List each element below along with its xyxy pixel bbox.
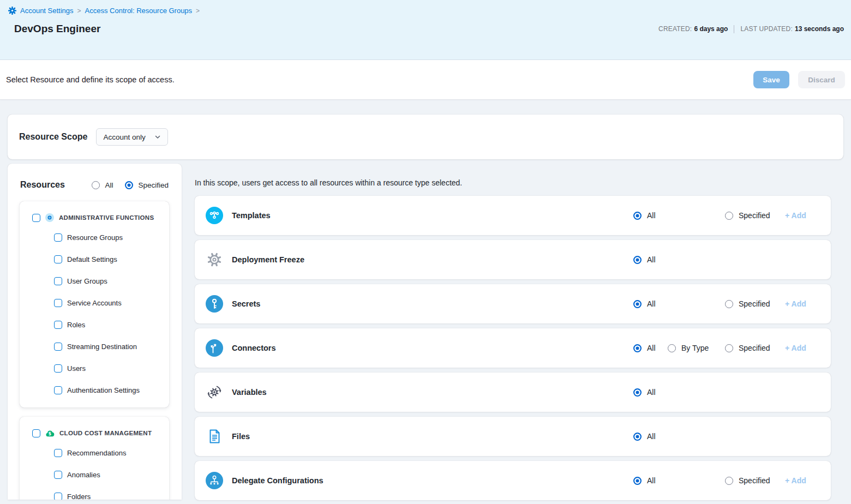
item-checkbox[interactable] <box>54 449 62 457</box>
scope-option-all[interactable]: All <box>633 299 656 308</box>
scope-option-all[interactable]: All <box>633 432 656 441</box>
resource-group-administrative-functions: ADMINISTRATIVE FUNCTIONS Resource Groups… <box>20 201 169 407</box>
radio-icon[interactable] <box>125 181 133 189</box>
resource-scope-card: Resource Scope Account only <box>8 115 843 159</box>
radio-icon[interactable] <box>633 388 642 397</box>
item-label: Authentication Settings <box>67 386 140 394</box>
add-button[interactable]: + Add <box>785 344 806 352</box>
breadcrumb-resource-groups[interactable]: Access Control: Resource Groups <box>85 7 193 15</box>
item-label: Service Accounts <box>67 299 122 307</box>
resource-rows-area: In this scope, users get access to all r… <box>195 164 843 500</box>
add-button[interactable]: + Add <box>785 476 806 485</box>
resource-group-cloud-cost-management: $ CLOUD COST MANAGEMENT Recommendations … <box>20 417 169 500</box>
item-label: Folders <box>67 493 91 500</box>
add-button[interactable]: + Add <box>785 299 806 308</box>
radio-icon[interactable] <box>633 256 642 264</box>
add-button[interactable]: + Add <box>785 211 806 220</box>
admin-functions-icon <box>45 213 54 222</box>
resource-item: Folders <box>20 485 169 500</box>
item-checkbox[interactable] <box>54 343 62 351</box>
resource-item: Roles <box>20 314 169 335</box>
resource-scope-dropdown[interactable]: Account only <box>96 128 167 146</box>
group-title: ADMINISTRATIVE FUNCTIONS <box>59 214 154 221</box>
option-label: Specified <box>739 299 770 308</box>
scope-option-specified[interactable]: Specified <box>725 476 770 485</box>
item-label: Resource Groups <box>67 233 123 242</box>
item-label: Anomalies <box>67 471 100 479</box>
radio-icon[interactable] <box>725 212 733 220</box>
radio-icon[interactable] <box>633 433 642 441</box>
group-checkbox[interactable] <box>32 214 40 222</box>
resources-sidebar: Resources All Specified ADMINISTRATIVE F… <box>8 164 182 500</box>
mode-option-label: Specified <box>138 181 169 189</box>
resource-item: Default Settings <box>20 248 169 270</box>
item-checkbox[interactable] <box>54 255 62 263</box>
scope-option-all[interactable]: All <box>633 211 656 220</box>
scope-option-all[interactable]: All <box>633 344 656 352</box>
option-label: By Type <box>681 344 709 352</box>
chevron-down-icon <box>154 134 161 140</box>
group-checkbox[interactable] <box>32 429 40 437</box>
mode-option-label: All <box>105 181 113 189</box>
radio-icon[interactable] <box>633 300 642 308</box>
radio-icon[interactable] <box>633 212 642 220</box>
resource-rows-list: Templates AllSpecified+ Add Deployment F… <box>195 196 831 500</box>
scope-option-specified[interactable]: Specified <box>725 299 770 308</box>
breadcrumb-separator: > <box>196 7 200 15</box>
radio-icon[interactable] <box>633 477 642 485</box>
radio-icon[interactable] <box>92 181 100 189</box>
resource-row-variables: Variables All <box>195 373 831 412</box>
item-checkbox[interactable] <box>54 321 62 329</box>
scope-option-all[interactable]: All <box>633 388 656 397</box>
resource-row-deployment-freeze: Deployment Freeze All <box>195 240 831 279</box>
radio-icon[interactable] <box>725 477 733 485</box>
resource-item: Resource Groups <box>20 226 169 248</box>
item-checkbox[interactable] <box>54 364 62 373</box>
scope-option-all[interactable]: All <box>633 255 656 264</box>
item-checkbox[interactable] <box>54 493 62 500</box>
save-button[interactable]: Save <box>753 71 789 88</box>
resource-item: Streaming Destination <box>20 335 169 357</box>
variables-icon <box>206 383 223 401</box>
scope-option-all[interactable]: All <box>633 476 656 485</box>
deployment-freeze-icon <box>206 251 223 268</box>
created-value: 6 days ago <box>694 25 728 33</box>
resource-row-label: Connectors <box>232 344 276 352</box>
item-checkbox[interactable] <box>54 277 62 285</box>
radio-icon[interactable] <box>725 344 733 352</box>
item-label: User Groups <box>67 277 107 285</box>
option-label: Specified <box>739 211 770 220</box>
item-checkbox[interactable] <box>54 299 62 307</box>
resource-row-label: Variables <box>232 388 267 397</box>
scope-option-by-type[interactable]: By Type <box>668 344 709 352</box>
content-area: Resource Scope Account only Resources Al… <box>0 100 851 500</box>
files-icon <box>206 428 223 445</box>
resources-mode-all[interactable]: All <box>92 181 113 189</box>
resource-row-label: Secrets <box>232 299 260 308</box>
item-checkbox[interactable] <box>54 233 62 242</box>
group-title: CLOUD COST MANAGEMENT <box>59 430 152 436</box>
discard-button[interactable]: Discard <box>798 71 845 88</box>
resource-scope-label: Resource Scope <box>19 132 87 142</box>
svg-text:$: $ <box>49 431 52 436</box>
scope-option-specified[interactable]: Specified <box>725 344 770 352</box>
breadcrumb-account-settings[interactable]: Account Settings <box>20 7 74 15</box>
option-label: Specified <box>739 476 770 485</box>
item-checkbox[interactable] <box>54 471 62 479</box>
resource-row-templates: Templates AllSpecified+ Add <box>195 196 831 235</box>
resource-row-files: Files All <box>195 417 831 456</box>
radio-icon[interactable] <box>668 344 676 352</box>
meta-divider <box>734 25 734 33</box>
resources-mode-specified[interactable]: Specified <box>125 181 169 189</box>
item-checkbox[interactable] <box>54 386 62 394</box>
resource-item: Anomalies <box>20 464 169 485</box>
radio-icon[interactable] <box>725 300 733 308</box>
resource-row-label: Deployment Freeze <box>232 255 304 264</box>
option-label: All <box>647 211 656 220</box>
option-label: All <box>647 255 656 264</box>
resource-scope-value: Account only <box>103 133 145 141</box>
radio-icon[interactable] <box>633 344 642 352</box>
cloud-cost-icon: $ <box>45 429 55 437</box>
page-header: Account Settings > Access Control: Resou… <box>0 0 851 60</box>
scope-option-specified[interactable]: Specified <box>725 211 770 220</box>
